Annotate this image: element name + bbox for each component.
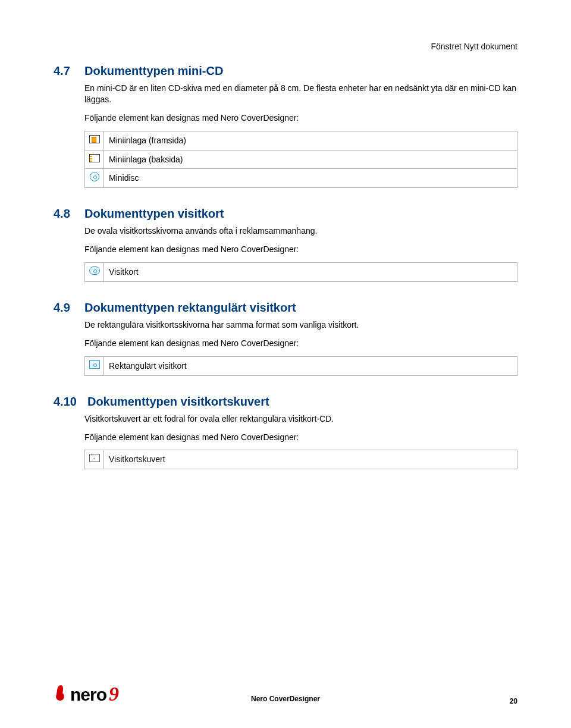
nero-logo: nero 9 [54,683,119,705]
page-footer: nero 9 Nero CoverDesigner 20 [54,683,517,705]
visitkort-icon [89,266,100,275]
table-row: Minidisc [85,169,517,188]
section-para: En mini-CD är en liten CD-skiva med en d… [84,83,517,105]
element-table: Visitkort [84,262,517,282]
section-title: Dokumenttypen visitkortskuvert [87,395,269,409]
booklet-back-icon [89,154,100,162]
section-number: 4.8 [54,207,74,221]
table-row: Miniinlaga (baksida) [85,150,517,169]
element-table: Miniinlaga (framsida) Miniinlaga (baksid… [84,131,517,189]
section-number: 4.7 [54,64,74,78]
table-row: Visitkort [85,263,517,282]
section-para: Följande element kan designas med Nero C… [84,432,517,443]
element-label: Visitkortskuvert [104,450,517,469]
section-para: Följande element kan designas med Nero C… [84,244,517,255]
section-4-7: 4.7 Dokumenttypen mini-CD En mini-CD är … [54,64,517,188]
footer-title: Nero CoverDesigner [251,695,320,703]
section-4-9: 4.9 Dokumenttypen rektangulärt visitkort… [54,301,517,376]
element-table: Rektangulärt visitkort [84,356,517,376]
section-para: Följande element kan designas med Nero C… [84,112,517,124]
section-para: De rektangulära visitkortsskivorna har s… [84,319,517,331]
section-title: Dokumenttypen mini-CD [84,64,223,78]
element-table: Visitkortskuvert [84,450,517,469]
booklet-front-icon [89,135,100,143]
section-4-8: 4.8 Dokumenttypen visitkort De ovala vis… [54,207,517,282]
logo-text: nero [70,685,106,705]
section-number: 4.9 [54,301,74,315]
element-label: Visitkort [104,263,517,282]
section-para: Visitkortskuvert är ett fodral för ovala… [84,413,517,425]
page-header-right: Fönstret Nytt dokument [54,42,517,51]
section-4-10: 4.10 Dokumenttypen visitkortskuvert Visi… [54,395,517,470]
element-label: Minidisc [104,169,517,188]
section-para: Följande element kan designas med Nero C… [84,338,517,349]
logo-version: 9 [109,683,119,705]
table-row: Miniinlaga (framsida) [85,131,517,150]
section-number: 4.10 [54,395,77,409]
minidisc-icon [90,172,99,181]
element-label: Rektangulärt visitkort [104,356,517,375]
rect-visitkort-icon [89,360,100,369]
element-label: Miniinlaga (framsida) [104,131,517,150]
flame-icon [54,685,67,701]
element-label: Miniinlaga (baksida) [104,150,517,169]
page-number: 20 [510,697,517,705]
section-para: De ovala visitkortsskivorna används ofta… [84,225,517,237]
kuvert-icon [89,454,100,462]
section-title: Dokumenttypen visitkort [84,207,224,221]
section-title: Dokumenttypen rektangulärt visitkort [84,301,296,315]
table-row: Rektangulärt visitkort [85,356,517,375]
table-row: Visitkortskuvert [85,450,517,469]
